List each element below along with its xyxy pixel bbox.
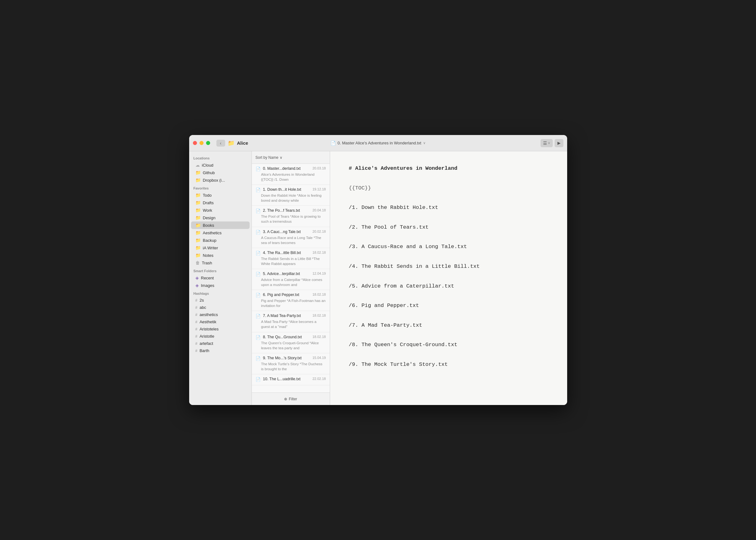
list-item[interactable]: 📄 9. The Mo...'s Story.txt 15.04.19 The … bbox=[252, 353, 330, 374]
sidebar-item-label: Trash bbox=[202, 261, 212, 265]
sidebar-item-github[interactable]: 📁 Github bbox=[191, 169, 250, 176]
file-icon: 📄 bbox=[256, 230, 261, 235]
doc-icon: 📄 bbox=[330, 141, 336, 146]
sidebar-item-aesthetics[interactable]: 📁 Aesthetics bbox=[191, 229, 250, 236]
chevron-down-icon: ∨ bbox=[423, 141, 426, 145]
list-item[interactable]: 📄 5. Advice...terpillar.txt 12.04.19 Adv… bbox=[252, 269, 330, 290]
sort-chevron-icon: ∨ bbox=[280, 155, 283, 160]
sidebar-item-label: Aesthetics bbox=[203, 230, 222, 235]
sidebar-item-label: Recent bbox=[201, 276, 214, 280]
minimize-button[interactable] bbox=[199, 141, 203, 145]
file-item-top: 📄 6. Pig and Pepper.txt 18.02.18 bbox=[256, 293, 326, 298]
play-button[interactable]: ▶ bbox=[555, 139, 564, 147]
file-date: 15.04.19 bbox=[313, 356, 326, 359]
sidebar-item-hashtag-artefact[interactable]: # artefact bbox=[191, 340, 250, 347]
editor-spacer bbox=[349, 274, 548, 279]
filter-icon: ⊕ bbox=[284, 397, 287, 401]
maximize-button[interactable] bbox=[206, 141, 210, 145]
editor-spacer bbox=[349, 215, 548, 220]
file-preview: Advice from a Caterpillar *Alice comes u… bbox=[256, 277, 326, 287]
editor-spacer bbox=[349, 254, 548, 259]
file-list-content: 📄 0. Master...derland.txt 20.03.18 Alice… bbox=[252, 164, 330, 392]
list-item[interactable]: 📄 0. Master...derland.txt 20.03.18 Alice… bbox=[252, 164, 330, 185]
file-date: 19.12.18 bbox=[313, 187, 326, 191]
sidebar-item-hashtag-aesthetik[interactable]: # Aesthetik bbox=[191, 318, 250, 326]
window-buttons bbox=[193, 141, 210, 145]
sidebar-item-trash[interactable]: 🗑 Trash bbox=[191, 259, 250, 267]
favorites-label: Favorites bbox=[189, 184, 251, 192]
doc-title: 0. Master Alice's Adventures in Wonderla… bbox=[337, 141, 421, 145]
folder-icon: 📁 bbox=[195, 178, 201, 183]
titlebar: ‹ 📁 Alice 📄 0. Master Alice's Adventures… bbox=[189, 135, 567, 151]
editor-heading: # Alice's Adventures in Wonderland bbox=[349, 164, 548, 174]
sidebar-item-hashtag-barth[interactable]: # Barth bbox=[191, 347, 250, 354]
hash-icon: # bbox=[195, 298, 197, 303]
folder-icon: 📁 bbox=[195, 223, 201, 228]
list-item[interactable]: 📄 3. A Cauc...ng Tale.txt 20.02.18 A Cau… bbox=[252, 227, 330, 248]
file-item-top: 📄 7. A Mad Tea-Party.txt 18.02.18 bbox=[256, 314, 326, 319]
list-item[interactable]: 📄 1. Down th...it Hole.txt 19.12.18 Down… bbox=[252, 185, 330, 206]
file-preview: The Queen's Croquet-Ground *Alice leaves… bbox=[256, 340, 326, 350]
file-name: 9. The Mo...'s Story.txt bbox=[263, 356, 311, 360]
sidebar-item-drafts[interactable]: 📁 Drafts bbox=[191, 199, 250, 206]
sidebar-item-design[interactable]: 📁 Design bbox=[191, 214, 250, 221]
list-item[interactable]: 📄 10. The L...uadrille.txt 22.02.18 bbox=[252, 374, 330, 385]
sidebar-item-label: Images bbox=[201, 283, 214, 288]
sort-button[interactable]: Sort by Name ∨ bbox=[256, 155, 283, 160]
smart-folders-label: Smart Folders bbox=[189, 267, 251, 274]
back-button[interactable]: ‹ bbox=[216, 140, 225, 147]
folder-icon: 📁 bbox=[195, 170, 201, 175]
folder-name: Alice bbox=[237, 140, 248, 146]
sidebar-item-recent[interactable]: ◈ Recent bbox=[191, 274, 250, 282]
sidebar-item-images[interactable]: ◈ Images bbox=[191, 282, 250, 289]
editor-spacer bbox=[349, 235, 548, 240]
file-icon: 📄 bbox=[256, 208, 261, 213]
hash-icon: # bbox=[195, 320, 197, 324]
sidebar-item-label: Books bbox=[203, 223, 214, 228]
sidebar-item-label: aesthetics bbox=[199, 312, 218, 317]
view-options-button[interactable]: ☰ ∨ bbox=[541, 139, 553, 147]
sidebar-item-icloud[interactable]: ☁ iCloud bbox=[191, 161, 250, 169]
sidebar-item-label: Design bbox=[203, 215, 215, 220]
locations-label: Locations bbox=[189, 154, 251, 161]
sidebar-item-books[interactable]: 📁 Books bbox=[191, 221, 250, 229]
sidebar-item-backup[interactable]: 📁 Backup bbox=[191, 236, 250, 244]
sidebar-item-hashtag-aesthetics[interactable]: # aesthetics bbox=[191, 311, 250, 318]
file-date: 18.02.18 bbox=[313, 335, 326, 338]
editor-spacer bbox=[349, 176, 548, 181]
sidebar-item-hashtag-aristoteles[interactable]: # Aristoteles bbox=[191, 326, 250, 333]
file-name: 3. A Cauc...ng Tale.txt bbox=[263, 229, 311, 234]
list-item[interactable]: 📄 2. The Po...f Tears.txt 20.04.18 The P… bbox=[252, 206, 330, 227]
sidebar-item-iawriter[interactable]: 📁 iA Writer bbox=[191, 244, 250, 251]
folder-icon: 📁 bbox=[195, 200, 201, 205]
sidebar-item-label: artefact bbox=[199, 341, 213, 346]
sidebar-item-label: Aristoteles bbox=[199, 327, 219, 332]
file-name: 7. A Mad Tea-Party.txt bbox=[263, 314, 311, 318]
sidebar-item-label: Aesthetik bbox=[199, 320, 216, 324]
cloud-icon: ☁ bbox=[195, 163, 200, 168]
close-button[interactable] bbox=[193, 141, 197, 145]
editor-spacer bbox=[349, 313, 548, 318]
filter-button[interactable]: ⊕ Filter bbox=[284, 397, 297, 401]
sidebar-item-label: 2s bbox=[199, 298, 204, 303]
sidebar-item-hashtag-aristotle[interactable]: # Aristotle bbox=[191, 333, 250, 340]
sidebar-item-work[interactable]: 📁 Work bbox=[191, 206, 250, 214]
folder-icon: 📁 bbox=[195, 253, 201, 258]
sidebar-item-hashtag-2s[interactable]: # 2s bbox=[191, 297, 250, 304]
sidebar-item-notes[interactable]: 📁 Notes bbox=[191, 251, 250, 259]
filter-label: Filter bbox=[289, 397, 297, 401]
list-item[interactable]: 📄 8. The Qu...Ground.txt 18.02.18 The Qu… bbox=[252, 332, 330, 353]
sidebar-item-dropbox[interactable]: 📁 Dropbox (i... bbox=[191, 176, 250, 184]
file-item-top: 📄 8. The Qu...Ground.txt 18.02.18 bbox=[256, 335, 326, 340]
list-item[interactable]: 📄 6. Pig and Pepper.txt 18.02.18 Pig and… bbox=[252, 290, 330, 311]
sidebar-item-hashtag-abc[interactable]: # abc bbox=[191, 304, 250, 311]
editor[interactable]: # Alice's Adventures in Wonderland {{TOC… bbox=[330, 151, 567, 405]
list-item[interactable]: 📄 4. The Ra...ittle Bill.txt 18.02.18 Th… bbox=[252, 248, 330, 269]
list-item[interactable]: 📄 7. A Mad Tea-Party.txt 18.02.18 A Mad … bbox=[252, 311, 330, 332]
sidebar-item-todo[interactable]: 📁 Todo bbox=[191, 192, 250, 199]
sidebar-item-label: Barth bbox=[199, 348, 209, 353]
file-icon: 📄 bbox=[256, 293, 261, 298]
file-icon: 📄 bbox=[256, 377, 261, 382]
file-date: 18.02.18 bbox=[313, 293, 326, 296]
file-item-top: 📄 3. A Cauc...ng Tale.txt 20.02.18 bbox=[256, 229, 326, 235]
